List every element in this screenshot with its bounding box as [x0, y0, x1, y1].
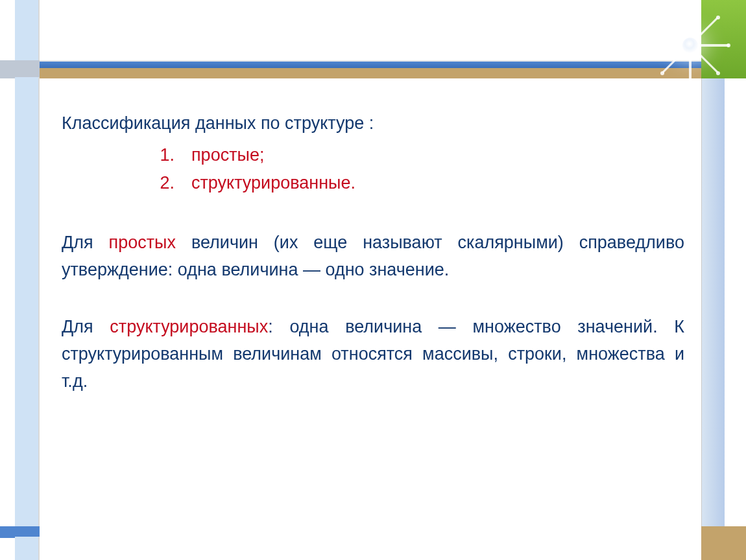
frame-left-bottom [15, 537, 40, 560]
list-item-number: 1. [62, 141, 191, 169]
para-text: Для [62, 233, 109, 252]
frame-right-green [701, 0, 746, 78]
classification-list: 1.простые; 2.структурированные. [62, 141, 684, 197]
frame-top-blank [40, 0, 701, 62]
classification-heading: Классификация данных по структуре : [62, 110, 684, 137]
list-item-text: простые; [191, 145, 264, 165]
frame-top-tan-bar [40, 68, 701, 78]
list-item-number: 2. [62, 169, 191, 197]
frame-right-tan [701, 526, 746, 560]
frame-right-white [725, 90, 746, 528]
frame-left-notch [0, 60, 40, 78]
para-text: Для [62, 317, 110, 336]
frame-right-blue [701, 78, 725, 528]
paragraph-structured: Для структурированных: одна величина — м… [62, 314, 684, 395]
frame-left-top [15, 0, 40, 62]
list-item-text: структурированные. [191, 173, 355, 192]
frame-top-blue-bar [40, 62, 701, 68]
list-item: 2.структурированные. [62, 169, 684, 197]
para-keyword: структурированных [110, 317, 268, 336]
slide-body: Классификация данных по структуре : 1.пр… [62, 110, 684, 425]
presentation-slide: Классификация данных по структуре : 1.пр… [0, 0, 746, 560]
paragraph-simple: Для простых величин (их еще называют ска… [62, 229, 684, 284]
frame-left-mid [15, 77, 40, 528]
para-keyword: простых [109, 233, 176, 252]
list-item: 1.простые; [62, 141, 684, 169]
